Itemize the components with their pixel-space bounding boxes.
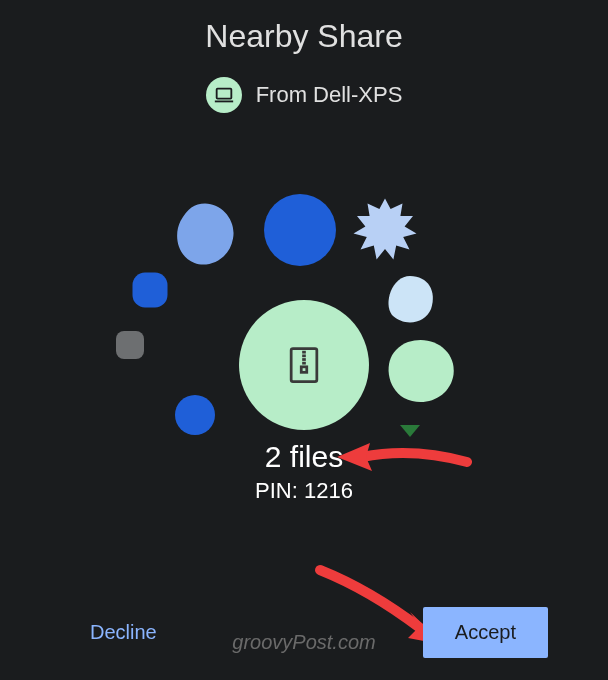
- starburst-shape: [350, 195, 420, 265]
- blob-shape: [380, 270, 440, 330]
- from-label: From Dell-XPS: [256, 82, 403, 108]
- blob-shape: [170, 200, 240, 270]
- blob-shape: [170, 390, 220, 440]
- svg-rect-4: [116, 331, 144, 359]
- accept-button[interactable]: Accept: [423, 607, 548, 658]
- from-row: From Dell-XPS: [0, 77, 608, 113]
- pin-label: PIN: 1216: [0, 478, 608, 504]
- svg-point-5: [175, 395, 215, 435]
- page-title: Nearby Share: [0, 0, 608, 55]
- decline-button[interactable]: Decline: [70, 611, 177, 654]
- blob-shape: [260, 190, 340, 270]
- files-count-label: 2 files: [0, 440, 608, 474]
- svg-rect-11: [301, 367, 307, 373]
- blob-shape: [110, 325, 150, 365]
- blob-shape: [125, 265, 175, 315]
- svg-rect-3: [133, 273, 168, 308]
- laptop-icon: [213, 84, 235, 106]
- file-circle: [239, 300, 369, 430]
- triangle-shape: [400, 425, 420, 437]
- svg-rect-0: [216, 89, 231, 99]
- zip-file-icon: [282, 343, 326, 387]
- device-badge: [206, 77, 242, 113]
- action-buttons: Decline Accept: [0, 607, 608, 658]
- blob-shape: [375, 330, 465, 410]
- svg-point-2: [264, 194, 336, 266]
